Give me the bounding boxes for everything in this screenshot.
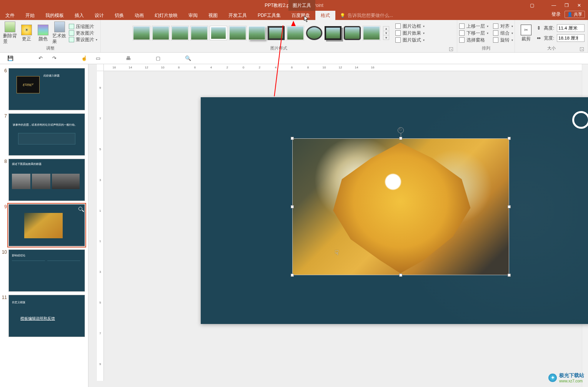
ribbon-display-options[interactable]: ▢ [530,3,534,8]
style-thumb-3[interactable] [172,26,188,40]
slide-editor: 1614121086420246810121416 9753113579 9 [88,64,588,387]
style-thumb-4[interactable] [191,26,208,40]
width-input[interactable] [557,34,585,42]
tab-animation[interactable]: 动画 [129,11,149,20]
magnifier-icon [78,207,82,211]
close-button[interactable]: ✕ [577,3,581,8]
login-link[interactable]: 登录 [551,11,561,18]
qat-touch-mode[interactable]: ☝ [81,55,88,62]
style-thumb-6[interactable] [229,26,246,40]
artistic-effects-button[interactable]: 艺术效果 [52,22,67,45]
qat-start-from-beginning[interactable]: ▭ [95,55,102,62]
vertical-ruler[interactable]: 9753113579 [97,71,104,381]
leaf-image-thumb [24,213,63,238]
save-button[interactable]: 💾 [7,55,14,62]
tab-file[interactable]: 文件 [0,11,20,20]
thumbnail-slide: 自定义模版 模板编辑说明和反馈 [8,295,85,337]
crop-button[interactable]: ✂ 裁剪 [518,25,534,42]
minimize-button[interactable]: — [551,3,556,8]
resize-handle-mr[interactable] [508,205,511,208]
tab-format[interactable]: 格式 [315,11,335,20]
gallery-up-button[interactable]: ▴ [383,27,389,31]
bring-forward-button[interactable]: 上移一层▾ [459,23,488,29]
lightbulb-icon: 💡 [340,13,345,18]
tell-me-search[interactable]: 💡 告诉我您想要做什么... [340,11,393,20]
resize-handle-tl[interactable] [291,137,294,140]
gallery-down-button[interactable]: ▾ [383,31,389,36]
color-icon [38,25,48,35]
thumbnail-10[interactable]: 10 影响或结论 [0,248,88,293]
tab-review[interactable]: 审阅 [183,11,203,20]
selection-pane-button[interactable]: 选择窗格 [459,37,488,43]
tab-my-templates[interactable]: 我的模板 [40,11,69,20]
horizontal-ruler[interactable]: 1614121086420246810121416 [104,64,582,71]
restore-button[interactable]: ❐ [565,3,569,8]
qat-print-preview[interactable]: 🖶 [125,55,132,62]
resize-handle-bl[interactable] [291,274,294,277]
style-thumb-5[interactable] [210,26,227,40]
tab-baidu-disk[interactable]: 百度网盘 [286,11,315,20]
tab-design[interactable]: 设计 [89,11,109,20]
share-button[interactable]: 👤 共享 [565,11,585,18]
corrections-button[interactable]: ☀ 更正 [20,25,34,42]
resize-handle-tr[interactable] [508,137,511,140]
style-thumb-11[interactable] [325,26,341,40]
style-thumb-2[interactable] [152,26,169,40]
rotation-handle[interactable] [398,127,404,133]
tab-home[interactable]: 开始 [20,11,40,20]
compress-picture-button[interactable]: 压缩图片 [69,24,97,30]
group-label-size: 大小↘ [518,45,585,52]
resize-handle-ml[interactable] [291,205,294,208]
tab-view[interactable]: 视图 [203,11,223,20]
slide-canvas[interactable]: 9 [201,97,588,324]
thumbnail-8[interactable]: 8 描述下面原始效果的标题 [0,157,88,203]
color-button[interactable]: 颜色 [36,25,50,42]
remove-background-button[interactable]: 删除背景 [3,22,17,45]
tab-transition[interactable]: 切换 [109,11,129,20]
resize-handle-bm[interactable] [399,274,402,277]
qat-slideshow[interactable]: ▢ [155,55,162,62]
style-thumb-12[interactable] [344,26,361,40]
selected-picture[interactable] [292,138,509,275]
tab-developer[interactable]: 开发工具 [223,11,252,20]
style-thumb-9[interactable] [287,26,304,40]
group-picture-styles: ▴ ▾ ▾ 图片边框▾ 图片效果▾ 图片版式▾ 图片样式↘ [101,20,457,52]
tab-insert[interactable]: 插入 [69,11,89,20]
thumbnail-6[interactable]: 6 ε=mc² 此处键入标题 [0,66,88,112]
slide-thumbnails-pane[interactable]: 6 ε=mc² 此处键入标题 7 谈事件的意图，或者持有的论文或声明后的一般行动… [0,64,88,387]
send-backward-button[interactable]: 下移一层▾ [459,30,488,36]
change-picture-button[interactable]: 更改图片 [69,30,97,36]
thumbnail-7[interactable]: 7 谈事件的意图，或者持有的论文或声明后的一般行动。 [0,112,88,157]
picture-layout-button[interactable]: 图片版式▾ [395,37,425,43]
align-button[interactable]: 对齐▾ [493,23,513,29]
dialog-launcher[interactable]: ↘ [449,47,453,51]
height-icon: ⇕ [537,25,542,31]
ruler-corner [97,64,104,71]
resize-handle-tm[interactable] [399,137,402,140]
undo-button[interactable]: ↶ [37,55,44,62]
qat-spellcheck[interactable]: 🔍 [185,55,192,62]
style-thumb-8[interactable] [268,26,285,40]
height-input[interactable] [557,24,585,32]
style-thumb-13[interactable] [363,26,380,40]
dialog-launcher[interactable]: ↘ [580,47,584,51]
selection-icon [459,37,465,43]
tab-slideshow[interactable]: 幻灯片放映 [149,11,183,20]
gallery-more-button[interactable]: ▾ [383,35,389,40]
picture-border-button[interactable]: 图片边框▾ [395,23,425,29]
formula-block: ε=mc² [17,76,40,93]
tab-pdf-tools[interactable]: PDF工具集 [252,11,286,20]
resize-handle-br[interactable] [508,274,511,277]
thumbnail-9[interactable]: 9 [0,203,88,248]
redo-button[interactable]: ↷ [51,55,58,62]
group-objects-button[interactable]: 组合▾ [493,30,513,36]
corrections-icon: ☀ [21,25,32,35]
style-thumb-7[interactable] [248,26,265,40]
reset-picture-button[interactable]: 重设图片▾ [69,37,97,43]
change-icon [69,30,74,36]
style-thumb-1[interactable] [133,26,150,40]
thumbnail-11[interactable]: 11 自定义模版 模板编辑说明和反馈 [0,293,88,339]
style-thumb-10[interactable] [306,26,322,40]
rotate-button[interactable]: 旋转▾ [493,37,513,43]
picture-effects-button[interactable]: 图片效果▾ [395,30,425,36]
